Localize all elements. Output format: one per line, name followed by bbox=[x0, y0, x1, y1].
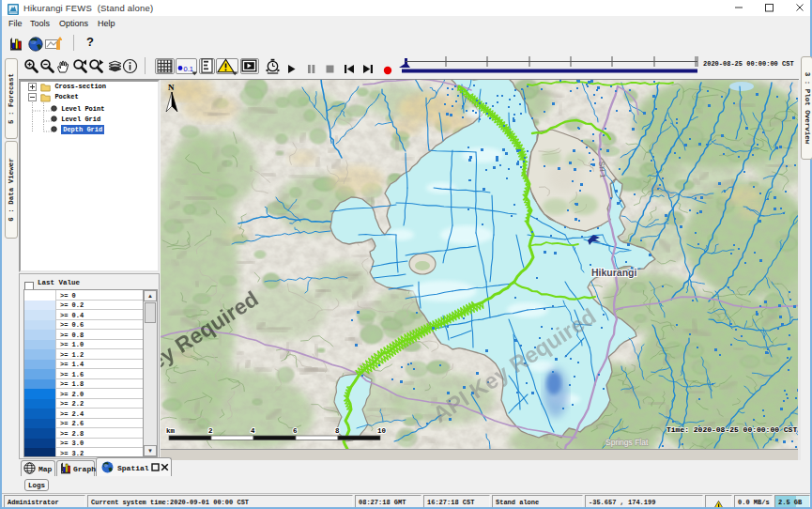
svg-text:Time: 2020-08-25 00:00:00 CST: Time: 2020-08-25 00:00:00 CST bbox=[666, 425, 797, 434]
svg-text:8: 8 bbox=[335, 427, 340, 435]
svg-text:2: 2 bbox=[208, 427, 213, 435]
svg-text:6: 6 bbox=[293, 427, 298, 435]
svg-text:N: N bbox=[168, 83, 175, 92]
svg-text:4: 4 bbox=[251, 427, 255, 435]
svg-text:SH 1: SH 1 bbox=[597, 161, 607, 178]
svg-text:Hikurangi: Hikurangi bbox=[591, 267, 637, 278]
svg-text:km: km bbox=[166, 427, 176, 435]
svg-text:10: 10 bbox=[377, 427, 387, 435]
svg-text:Springs Flat: Springs Flat bbox=[605, 438, 649, 447]
